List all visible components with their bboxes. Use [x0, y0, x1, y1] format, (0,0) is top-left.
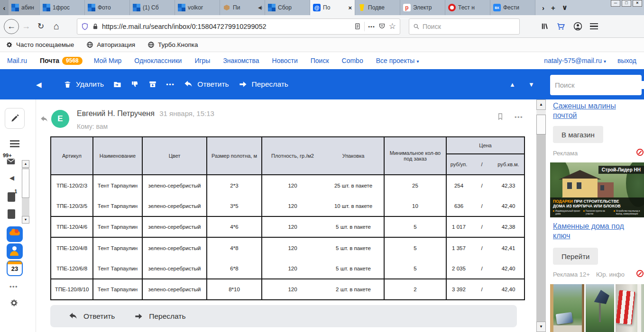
browser-tab[interactable]: Пи [220, 0, 265, 15]
ad-link[interactable]: Каменные дома под ключ [553, 222, 638, 241]
portal-link[interactable]: Поиск [311, 57, 329, 64]
bookmark-item[interactable]: Авторизация [86, 41, 135, 48]
settings-gear-icon[interactable] [9, 298, 18, 307]
calendar-app-icon[interactable]: 23 [7, 260, 23, 276]
portal-link[interactable]: Новости [272, 57, 298, 64]
portal-link-mailru[interactable]: Mail.ru [7, 57, 27, 64]
compose-button[interactable] [5, 108, 25, 129]
ad-link[interactable]: Саженцы малины почтой [553, 101, 638, 120]
close-button[interactable]: × [633, 0, 642, 7]
library-icon[interactable] [541, 22, 549, 30]
back-button[interactable]: ← [4, 19, 19, 34]
browser-tab[interactable]: Фести [490, 0, 535, 15]
browser-tab[interactable]: абин [9, 0, 40, 15]
ad-photo[interactable] [586, 284, 614, 332]
back-to-list-icon[interactable]: ◀ [36, 81, 42, 89]
pocket-icon[interactable] [378, 23, 386, 30]
content-scrollbar[interactable]: ▲ ▼ [536, 99, 546, 332]
restore-button[interactable]: □ [622, 0, 631, 7]
hamburger-menu-icon[interactable] [590, 23, 598, 29]
account-menu[interactable]: nataly-575@mail.ru▾ [544, 57, 606, 64]
list-all-tabs-icon[interactable]: ∨ [562, 3, 568, 12]
drafts-folder-icon[interactable]: 1 [8, 192, 15, 202]
portal-link[interactable]: Игры [194, 57, 210, 64]
forward-button[interactable]: Переслать [238, 80, 288, 89]
portal-link-mail[interactable]: Почта [40, 57, 59, 64]
reader-mode-icon[interactable] [354, 23, 361, 30]
ad-photo[interactable] [550, 284, 584, 332]
forward-button[interactable]: → [19, 21, 33, 31]
portal-link[interactable]: Combo [342, 57, 363, 64]
more-actions-icon[interactable]: ••• [166, 81, 175, 88]
minimize-button[interactable]: ─ [611, 0, 620, 7]
reply-button[interactable]: Ответить [184, 80, 229, 89]
more-apps-icon[interactable]: ••• [9, 283, 18, 290]
browser-tab[interactable]: 1фрос [40, 0, 85, 15]
tracking-shield-icon[interactable] [81, 23, 89, 30]
portal-link[interactable]: Одноклассники [134, 57, 182, 64]
browser-tab[interactable]: Фото [85, 0, 130, 15]
bookmark-item[interactable]: Турбо.Кнопка [147, 41, 198, 48]
ad-photo[interactable] [616, 284, 644, 332]
sender-avatar[interactable]: E [51, 110, 69, 128]
tab-audio-icon[interactable] [258, 5, 262, 10]
portal-link[interactable]: Знакомства [223, 57, 259, 64]
sender-name[interactable]: Евгений Н. Петрученя [77, 109, 155, 117]
footer-forward-button[interactable]: Переслать [134, 312, 185, 321]
next-message-icon[interactable]: ▼ [528, 81, 534, 88]
mail-search-input[interactable] [555, 81, 644, 89]
cloud-app-icon[interactable] [7, 226, 23, 242]
browser-tab[interactable]: Сбор [265, 0, 310, 15]
scroll-down-icon[interactable]: ▼ [22, 216, 29, 224]
footer-reply-button[interactable]: Ответить [68, 312, 115, 321]
scroll-up-icon[interactable]: ▲ [22, 160, 29, 168]
url-bar[interactable]: ••• ☆ [77, 18, 400, 35]
logout-link[interactable]: выход [617, 57, 636, 64]
ad-legal-link[interactable]: Юр. инфо [596, 271, 625, 278]
browser-tab[interactable]: Тест н [445, 0, 490, 15]
ad-go-button[interactable]: Перейти [553, 248, 598, 265]
account-icon[interactable] [573, 22, 582, 31]
spam-icon[interactable] [131, 80, 139, 89]
url-input[interactable] [102, 23, 350, 30]
sent-folder-icon[interactable] [8, 209, 15, 219]
scrollbar-thumb[interactable] [536, 115, 546, 135]
ad-banner-image[interactable]: Строй-Лидер НН ПОДАРКИ ПРИ СТРОИТЕЛЬСТВЕ… [550, 162, 644, 217]
cart-icon[interactable] [556, 22, 566, 31]
ad-photo-strip[interactable] [550, 284, 644, 332]
bookmark-item[interactable]: Часто посещаемые [6, 41, 74, 48]
archive-icon[interactable] [148, 80, 157, 89]
browser-search-input[interactable] [423, 23, 515, 30]
contacts-app-icon[interactable] [7, 243, 23, 259]
browser-tab[interactable]: По × [310, 0, 355, 15]
flag-message-icon[interactable] [497, 112, 504, 121]
page-actions-icon[interactable]: ••• [368, 24, 375, 29]
tab-close-icon[interactable]: × [348, 4, 352, 11]
collapse-panel-icon[interactable]: ◀ [9, 174, 14, 181]
inbox-folder-icon[interactable] [7, 158, 15, 165]
ad-badge-icon[interactable] [636, 149, 644, 156]
portal-link[interactable]: Мой Мир [94, 57, 122, 64]
ad-badge-icon[interactable] [636, 270, 644, 277]
folders-menu-icon[interactable] [10, 140, 19, 147]
recipients[interactable]: Кому: вам [77, 123, 108, 130]
bookmark-star-icon[interactable]: ☆ [389, 21, 396, 31]
scroll-tabs-left-icon[interactable]: ‹ [0, 0, 9, 15]
ad-shop-button[interactable]: В магазин [553, 126, 603, 143]
mail-search-box[interactable] [550, 75, 642, 95]
new-tab-button[interactable]: + [551, 4, 555, 12]
browser-tab[interactable]: volkor [175, 0, 220, 15]
reload-button[interactable]: ↻ [33, 21, 48, 31]
browser-tab[interactable]: Электр [400, 0, 445, 15]
folder-list-scrollbar[interactable]: ▲ ▼ [22, 160, 29, 224]
previous-message-icon[interactable]: ▲ [509, 81, 515, 88]
move-to-folder-icon[interactable] [113, 80, 122, 89]
browser-tab[interactable]: (1) Сб [130, 0, 175, 15]
browser-tab[interactable]: Подве [355, 0, 400, 15]
portal-link-all-projects[interactable]: Все проекты▾ [376, 57, 419, 64]
tabs-overflow-icon[interactable]: › [542, 4, 544, 12]
home-button[interactable]: ⌂ [48, 21, 64, 32]
scrollbar-thumb[interactable] [22, 169, 29, 198]
scroll-down-icon[interactable]: ▼ [536, 322, 546, 332]
message-more-icon[interactable]: ••• [515, 114, 523, 121]
